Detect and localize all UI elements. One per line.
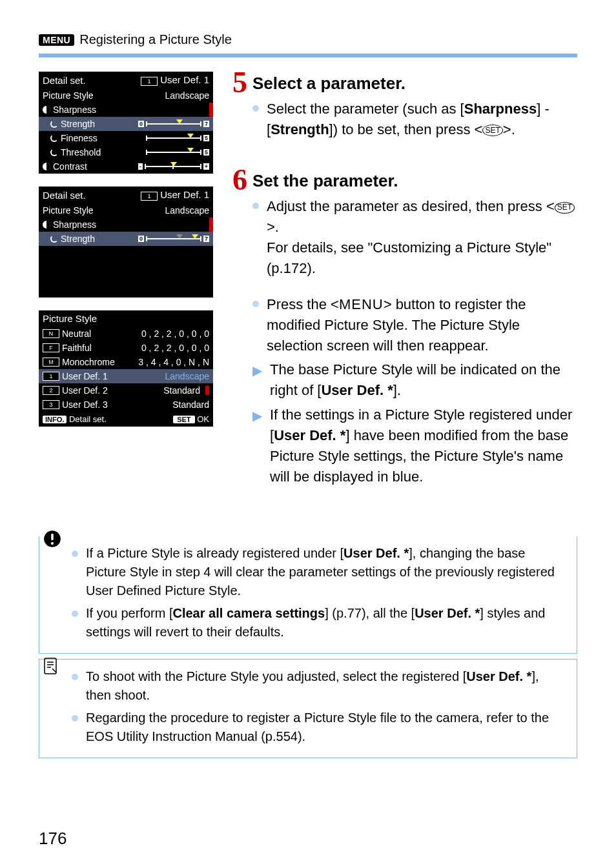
- svg-rect-3: [45, 658, 56, 674]
- p1-fineness-row: Fineness 0 5: [39, 131, 213, 145]
- p2-title-right: 1 User Def. 1: [141, 189, 209, 201]
- ps-list-row: 1 User Def. 1Landscape: [39, 369, 213, 383]
- right-column: 5 Select a parameter. Select the paramet…: [232, 72, 577, 498]
- threshold-icon: [50, 148, 58, 156]
- step-6: 6 Set the parameter. Adjust the paramete…: [232, 169, 577, 490]
- bullet-icon: [252, 301, 259, 307]
- arrow-icon: ▶: [252, 361, 262, 401]
- ps-row-value: 0 , 2 , 2 , 0 , 0 , 0: [141, 328, 209, 339]
- info-badge: INFO.: [43, 416, 67, 423]
- menu-badge: MENU: [39, 34, 74, 46]
- step-5: 5 Select a parameter. Select the paramet…: [232, 72, 577, 143]
- arrow-icon: ▶: [252, 407, 262, 487]
- p3-footer-ok: OK: [197, 414, 209, 424]
- bullet-icon: [72, 611, 78, 617]
- ps-row-name: Neutral: [62, 328, 91, 339]
- p1-threshold-row: Threshold 0 5: [39, 145, 213, 159]
- p2-ps-label: Picture Style: [43, 205, 94, 216]
- sharpness-icon-2: [43, 221, 50, 228]
- p1-contrast-row: Contrast - +: [39, 159, 213, 174]
- tip-note-1: To shoot with the Picture Style you adju…: [86, 667, 565, 705]
- ps-row-icon: 2: [43, 386, 59, 395]
- note-icon: [43, 657, 59, 682]
- menu-text: MENU: [339, 296, 384, 312]
- fineness-icon: [50, 134, 58, 142]
- sharpness-icon: [43, 106, 50, 114]
- bullet-icon: [252, 203, 259, 209]
- p2-user-def: User Def. 1: [160, 189, 209, 200]
- ps-icon-1b: 1: [141, 192, 158, 201]
- ps-row-icon: 1: [43, 372, 59, 381]
- p1-user-def: User Def. 1: [160, 74, 209, 85]
- svg-rect-1: [51, 534, 54, 541]
- ps-row-value: 0 , 2 , 2 , 0 , 0 , 0: [141, 343, 209, 353]
- strength-icon: [50, 120, 58, 128]
- ps-list-row: F Faithful0 , 2 , 2 , 0 , 0 , 0: [39, 341, 213, 355]
- ps-row-icon: M: [43, 358, 59, 367]
- p3-title: Picture Style: [43, 313, 97, 324]
- p1-title-right: 1 User Def. 1: [141, 74, 209, 86]
- contrast-icon: [43, 163, 50, 170]
- ps-row-name: User Def. 2: [62, 385, 108, 396]
- panel-detail-set-2: Detail set. 1 User Def. 1 Picture Style …: [39, 187, 213, 298]
- ps-row-name: Monochrome: [62, 357, 115, 367]
- step-6-bullet-3: The base Picture Style will be indicated…: [270, 359, 577, 401]
- step-6-bullet-2: Press the <MENU> button to register the …: [267, 294, 577, 356]
- ps-list-row: 3 User Def. 3Standard: [39, 398, 213, 412]
- p1-strength-row: Strength 0 7: [39, 117, 213, 131]
- tip-note: To shoot with the Picture Style you adju…: [39, 659, 577, 758]
- set-button-icon: SET: [482, 125, 502, 136]
- ps-row-value: 3 , 4 , 4 , 0 , N , N: [138, 357, 209, 367]
- p3-footer: INFO. Detail set. SET OK: [39, 412, 213, 427]
- ps-list-row: 2 User Def. 2Standard: [39, 383, 213, 398]
- p1-strength-slider: 0 7: [138, 121, 209, 127]
- page-title: Registering a Picture Style: [79, 32, 232, 47]
- ps-row-name: Faithful: [62, 343, 92, 353]
- p2-strength-row: Strength 0 7: [39, 232, 213, 246]
- bullet-icon: [72, 550, 78, 557]
- step-6-bullet-1: Adjust the parameter as desired, then pr…: [267, 196, 577, 279]
- bullet-icon: [252, 105, 259, 112]
- page-header: MENU Registering a Picture Style: [39, 32, 577, 47]
- set-button-icon: SET: [555, 202, 575, 214]
- p2-sharpness: Sharpness: [43, 219, 96, 230]
- ps-row-name: User Def. 1: [62, 371, 108, 381]
- left-column: Detail set. 1 User Def. 1 Picture Style …: [39, 72, 213, 427]
- p3-footer-detail: Detail set.: [69, 414, 107, 424]
- caution-note-1: If a Picture Style is already registered…: [86, 544, 565, 600]
- caution-note: If a Picture Style is already registered…: [39, 536, 577, 654]
- ps-row-icon: 3: [43, 400, 59, 409]
- p1-sharpness: Sharpness: [43, 105, 96, 115]
- ps-list-row: N Neutral0 , 2 , 2 , 0 , 0 , 0: [39, 327, 213, 341]
- step-5-bullet-1: Select the parameter (such as [Sharpness…: [267, 99, 577, 140]
- header-rule: [39, 54, 577, 57]
- tip-note-2: Regarding the procedure to register a Pi…: [86, 709, 565, 746]
- step-5-number: 5: [232, 69, 247, 143]
- page-number: 176: [39, 829, 67, 849]
- panel-detail-set-1: Detail set. 1 User Def. 1 Picture Style …: [39, 72, 213, 174]
- ps-list-row: M Monochrome3 , 4 , 4 , 0 , N , N: [39, 355, 213, 369]
- set-badge: SET: [173, 416, 194, 423]
- ps-icon-1: 1: [141, 77, 158, 86]
- step-5-title: Select a parameter.: [252, 72, 577, 96]
- step-6-bullet-4: If the settings in a Picture Style regis…: [270, 405, 577, 487]
- step-6-number: 6: [232, 167, 247, 490]
- p2-title-left: Detail set.: [43, 190, 86, 201]
- step-6-title: Set the parameter.: [252, 169, 577, 194]
- ps-row-value: Standard: [163, 385, 200, 396]
- p1-ps-value: Landscape: [165, 90, 209, 101]
- bullet-icon: [72, 674, 78, 680]
- caution-note-2: If you perform [Clear all camera setting…: [86, 604, 565, 641]
- red-marker: [205, 386, 209, 395]
- bullet-icon: [72, 715, 78, 722]
- p2-ps-value: Landscape: [165, 205, 209, 216]
- caution-icon: [43, 527, 61, 556]
- ps-row-icon: N: [43, 329, 59, 338]
- p1-ps-label: Picture Style: [43, 90, 94, 101]
- ps-row-value: Landscape: [165, 371, 209, 381]
- svg-point-2: [51, 542, 54, 545]
- strength-icon-2: [50, 235, 58, 243]
- scrollbar-indicator-2: [209, 217, 213, 232]
- p1-title-left: Detail set.: [43, 75, 86, 86]
- ps-row-name: User Def. 3: [62, 399, 108, 410]
